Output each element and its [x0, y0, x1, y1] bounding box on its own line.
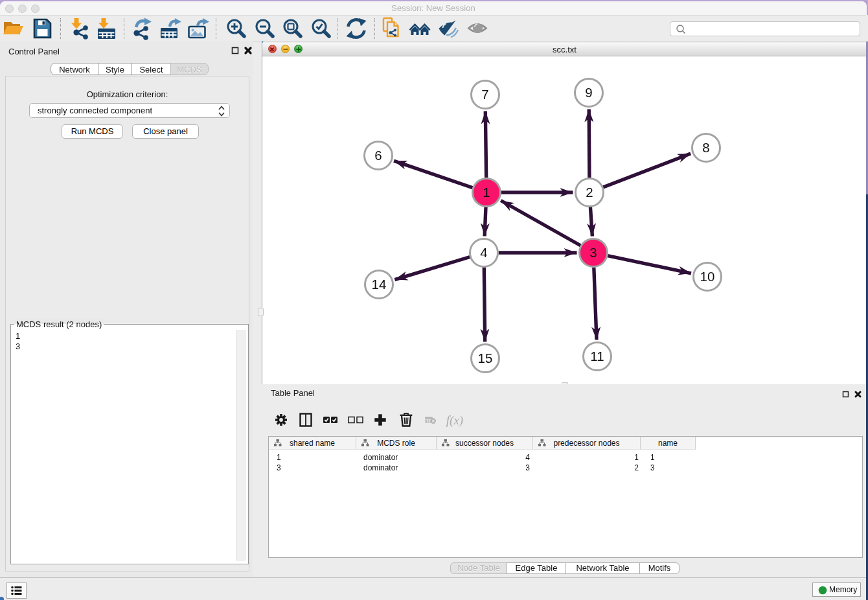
svg-text:9: 9 [585, 85, 592, 100]
svg-text:15: 15 [478, 351, 493, 365]
svg-text:14: 14 [372, 277, 387, 292]
svg-text:f(x): f(x) [446, 413, 463, 428]
svg-text:2: 2 [586, 185, 593, 200]
svg-text:7: 7 [481, 87, 488, 102]
svg-text:4: 4 [480, 245, 487, 260]
svg-text:11: 11 [590, 349, 604, 363]
svg-text:8: 8 [702, 140, 709, 155]
svg-text:10: 10 [700, 269, 715, 284]
svg-text:1: 1 [483, 185, 490, 200]
svg-text:3: 3 [589, 245, 597, 260]
svg-text:6: 6 [374, 148, 382, 163]
